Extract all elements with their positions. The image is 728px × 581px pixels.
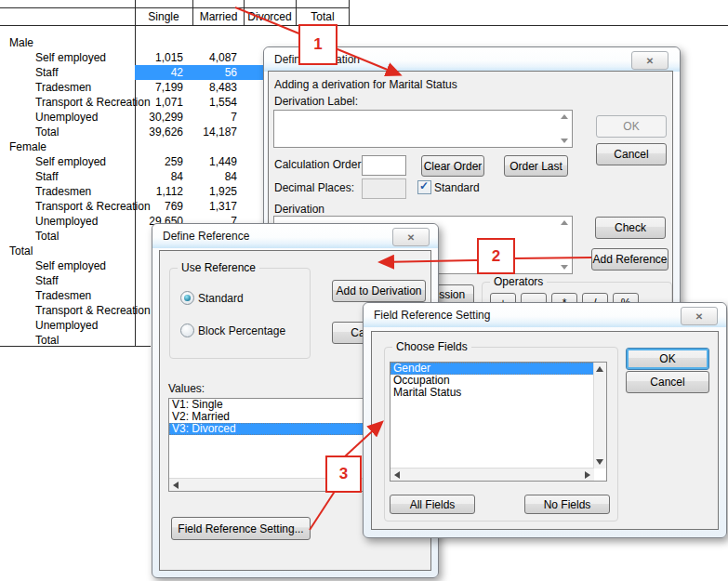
cell-married[interactable]: 14,187	[192, 125, 237, 139]
no-fields-button[interactable]: No Fields	[524, 495, 610, 514]
field-reference-setting-titlebar[interactable]: Field Reference Setting ✕	[364, 303, 726, 327]
cancel-button[interactable]: Cancel	[626, 371, 709, 393]
table-vline-1	[192, 0, 193, 25]
clear-order-button[interactable]: Clear Order	[421, 155, 484, 177]
define-reference-titlebar[interactable]: Define Reference ✕	[152, 224, 438, 248]
table-vline-4	[349, 0, 350, 25]
check-button[interactable]: Check	[595, 217, 666, 239]
standard-radio[interactable]	[180, 291, 194, 305]
scroll-up-icon[interactable]	[561, 220, 568, 225]
callout-2-box: 2	[477, 238, 515, 274]
cell-single[interactable]: 769	[135, 200, 183, 213]
field-reference-setting-dialog: Field Reference Setting ✕ Choose Fields …	[363, 302, 727, 538]
scroll-down-icon[interactable]	[596, 459, 603, 465]
column-header-single: Single	[148, 10, 179, 23]
cell-married[interactable]: 8,483	[192, 81, 237, 94]
close-icon[interactable]: ✕	[631, 51, 668, 70]
standard-radio-label: Standard	[198, 292, 244, 305]
cell-married[interactable]: 1,554	[192, 96, 237, 109]
row-label: Transport & Recreation	[35, 96, 151, 109]
decimal-places-input[interactable]	[362, 178, 406, 199]
row-label: Total	[35, 125, 59, 139]
standard-checkbox[interactable]	[417, 180, 431, 194]
derivation-caption: Derivation	[274, 203, 324, 216]
row-label: Staff	[35, 274, 58, 287]
row-label: Self employed	[35, 51, 106, 64]
row-label: Tradesmen	[35, 185, 91, 198]
row-label: Unemployed	[35, 319, 98, 332]
table-header-underline	[0, 25, 728, 26]
block-percentage-radio-label: Block Percentage	[198, 324, 285, 337]
cell-single[interactable]: 30,299	[135, 111, 183, 124]
close-icon[interactable]: ✕	[681, 307, 718, 325]
calculation-order-caption: Calculation Order:	[274, 158, 364, 171]
standard-checkbox-label: Standard	[434, 181, 480, 194]
cell-married[interactable]: 1,925	[192, 185, 237, 198]
callout-1-box: 1	[298, 24, 338, 65]
scroll-up-icon[interactable]	[596, 366, 603, 372]
cell-married[interactable]: 7	[192, 111, 237, 124]
cell-single[interactable]: 84	[135, 170, 183, 183]
cancel-button[interactable]: Cancel	[596, 143, 667, 165]
cell-single[interactable]: 7,199	[135, 81, 183, 94]
row-label: Tradesmen	[35, 289, 91, 302]
row-label: Total	[35, 230, 59, 243]
cell-married[interactable]: 1,317	[192, 200, 237, 213]
decimal-places-caption: Decimal Places:	[274, 181, 354, 194]
scroll-down-icon[interactable]	[561, 265, 568, 270]
row-label: Tradesmen	[35, 81, 91, 94]
fields-vscrollbar[interactable]	[593, 363, 606, 469]
add-reference-button[interactable]: Add Reference	[591, 248, 668, 271]
column-header-total: Total	[311, 10, 334, 23]
cell-married[interactable]: 56	[192, 66, 237, 79]
ok-button[interactable]: OK	[596, 115, 667, 138]
calculation-order-input[interactable]	[362, 155, 406, 176]
row-label: Staff	[35, 170, 58, 183]
cell-single[interactable]: 42	[135, 66, 183, 79]
derivation-label-input[interactable]	[273, 110, 573, 148]
cell-married[interactable]: 84	[192, 170, 237, 183]
scroll-right-icon[interactable]	[585, 471, 590, 479]
table-vline-3	[296, 0, 297, 25]
derivation-subtitle: Adding a derivation for Marital Status	[274, 78, 457, 91]
scroll-up-icon[interactable]	[561, 114, 568, 119]
use-reference-caption: Use Reference	[178, 261, 259, 274]
ok-button[interactable]: OK	[626, 348, 709, 370]
group-label: Male	[9, 36, 33, 49]
group-label: Female	[9, 140, 46, 153]
cell-single[interactable]: 1,112	[135, 185, 183, 198]
block-percentage-radio[interactable]	[180, 324, 194, 337]
callout-3-box: 3	[325, 456, 362, 493]
derivation-label-caption: Derivation Label:	[274, 95, 358, 108]
cell-single[interactable]: 1,015	[135, 51, 183, 64]
column-header-divorced: Divorced	[247, 10, 291, 23]
cell-single[interactable]: 1,071	[135, 96, 183, 109]
choose-fields-caption: Choose Fields	[392, 340, 471, 353]
fields-list-item[interactable]: Marital Status	[390, 387, 594, 399]
group-label: Total	[9, 244, 33, 257]
row-label: Total	[35, 334, 59, 347]
all-fields-button[interactable]: All Fields	[390, 495, 475, 514]
cell-married[interactable]: 4,087	[192, 51, 237, 64]
row-label: Transport & Recreation	[35, 200, 151, 213]
close-icon[interactable]: ✕	[392, 228, 430, 246]
row-label: Self employed	[35, 155, 106, 168]
cell-single[interactable]: 259	[135, 155, 183, 168]
fields-listbox[interactable]: GenderOccupationMarital Status	[390, 362, 607, 482]
scroll-left-icon[interactable]	[394, 471, 400, 479]
add-to-derivation-button[interactable]: Add to Derivation	[332, 280, 426, 302]
define-reference-title: Define Reference	[163, 230, 249, 243]
operators-caption: Operators	[490, 275, 547, 288]
order-last-button[interactable]: Order Last	[504, 155, 568, 177]
field-reference-setting-button[interactable]: Field Reference Setting...	[171, 517, 311, 540]
row-label: Self employed	[35, 259, 106, 272]
column-header-married: Married	[200, 10, 238, 23]
fields-hscrollbar[interactable]	[390, 468, 594, 481]
scroll-down-icon[interactable]	[561, 139, 568, 143]
use-reference-group: Use Reference	[169, 268, 311, 359]
cell-married[interactable]: 1,449	[192, 155, 237, 168]
cell-single[interactable]: 39,626	[135, 125, 183, 139]
scroll-left-icon[interactable]	[173, 482, 179, 489]
screenshot-canvas: SingleMarriedDivorcedTotal MaleSelf empl…	[0, 0, 728, 581]
values-caption: Values:	[168, 382, 205, 395]
